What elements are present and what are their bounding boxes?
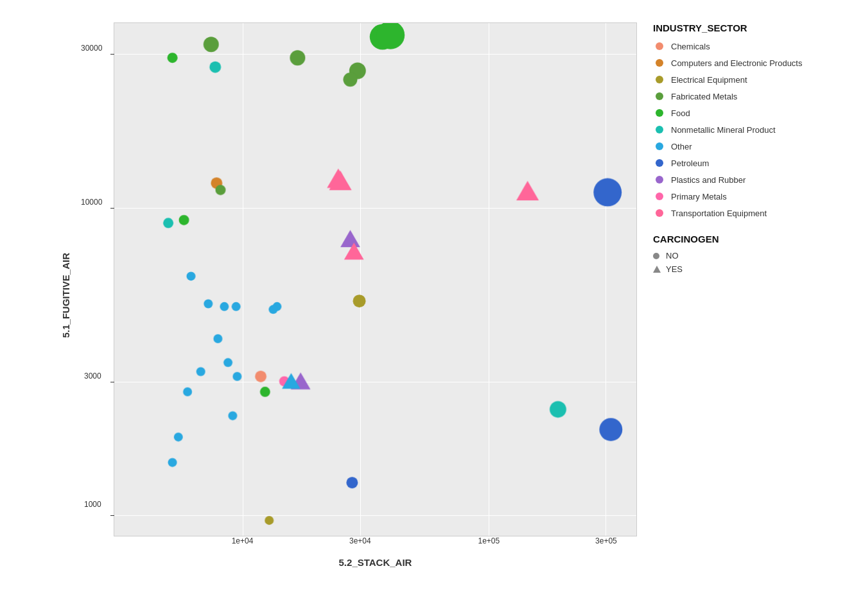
y-tick-3000: 3000 bbox=[84, 372, 101, 381]
legend-symbol-primary bbox=[653, 190, 666, 203]
legend-label-electrical: Electrical Equipment bbox=[671, 75, 747, 85]
legend-symbol-food bbox=[653, 107, 666, 119]
plot-canvas: 30000 10000 3000 1000 bbox=[114, 22, 637, 536]
legend-circle-chemicals bbox=[656, 42, 663, 50]
y-axis bbox=[78, 22, 114, 568]
legend-symbol-petroleum bbox=[653, 157, 666, 169]
legend-label-yes: YES bbox=[666, 264, 683, 274]
legend-item-transportation: Transportation Equipment bbox=[653, 207, 846, 219]
legend-circle-electrical bbox=[656, 76, 663, 83]
legend-label-transportation: Transportation Equipment bbox=[671, 209, 767, 218]
legend-circle-food bbox=[656, 109, 663, 117]
legend-item-plastics: Plastics and Rubber bbox=[653, 173, 846, 186]
x-tick-3e5: 3e+05 bbox=[595, 536, 617, 545]
legend-label-primary: Primary Metals bbox=[671, 192, 727, 201]
legend-item-petroleum: Petroleum bbox=[653, 157, 846, 169]
legend-symbol-fabricated bbox=[653, 90, 666, 103]
legend-item-food: Food bbox=[653, 107, 846, 119]
legend-item-computers: Computers and Electronic Products bbox=[653, 56, 846, 69]
legend-label-other: Other bbox=[671, 142, 692, 151]
legend-circle-computers bbox=[656, 59, 663, 67]
legend: INDUSTRY_SECTOR Chemicals Computers and … bbox=[643, 10, 855, 606]
legend-circle-plastics bbox=[656, 176, 663, 184]
legend-label-petroleum: Petroleum bbox=[671, 158, 709, 168]
legend-item-yes: YES bbox=[653, 264, 846, 274]
legend-carcinogen-title: CARCINOGEN bbox=[653, 234, 846, 244]
legend-symbol-nonmetallic bbox=[653, 123, 666, 136]
legend-item-primary: Primary Metals bbox=[653, 190, 846, 203]
y-tick-1000: 1000 bbox=[84, 500, 101, 509]
x-axis-label: 5.2_STACK_AIR bbox=[114, 556, 637, 568]
legend-circle-fabricated bbox=[656, 92, 663, 100]
legend-symbol-chemicals bbox=[653, 40, 666, 53]
plot-area-wrapper: 5.1_FUGITIVE_AIR bbox=[8, 10, 643, 606]
legend-item-fabricated: Fabricated Metals bbox=[653, 90, 846, 103]
legend-label-fabricated: Fabricated Metals bbox=[671, 92, 737, 101]
legend-label-food: Food bbox=[671, 108, 690, 118]
y-tick-10000: 10000 bbox=[81, 198, 102, 207]
x-tick-1e4: 1e+04 bbox=[232, 536, 254, 545]
legend-circle-transportation bbox=[656, 209, 663, 217]
legend-circle-nonmetallic bbox=[656, 126, 663, 133]
legend-item-nonmetallic: Nonmetallic Mineral Product bbox=[653, 123, 846, 136]
x-tick-1e5: 1e+05 bbox=[478, 536, 500, 545]
legend-label-nonmetallic: Nonmetallic Mineral Product bbox=[671, 125, 776, 135]
legend-symbol-computers bbox=[653, 56, 666, 69]
legend-symbol-plastics bbox=[653, 173, 666, 186]
legend-circle-primary bbox=[656, 193, 663, 200]
legend-symbol-transportation bbox=[653, 207, 666, 219]
legend-item-no: NO bbox=[653, 251, 846, 261]
legend-triangle-yes bbox=[653, 266, 661, 273]
legend-label-computers: Computers and Electronic Products bbox=[671, 58, 802, 68]
legend-symbol-other bbox=[653, 140, 666, 153]
legend-circle-petroleum bbox=[656, 159, 663, 167]
legend-label-no: NO bbox=[666, 251, 679, 261]
y-axis-label: 5.1_FUGITIVE_AIR bbox=[60, 253, 71, 338]
x-axis-ticks: 1e+04 3e+04 1e+05 3e+05 bbox=[114, 536, 637, 556]
legend-label-plastics: Plastics and Rubber bbox=[671, 175, 745, 185]
data-canvas bbox=[114, 23, 636, 536]
legend-circle-other bbox=[656, 142, 663, 150]
y-tick-30000: 30000 bbox=[81, 44, 102, 53]
legend-item-electrical: Electrical Equipment bbox=[653, 73, 846, 86]
plot-with-yaxis: 5.1_FUGITIVE_AIR bbox=[53, 22, 637, 568]
legend-item-chemicals: Chemicals bbox=[653, 40, 846, 53]
legend-item-other: Other bbox=[653, 140, 846, 153]
legend-circle-no bbox=[653, 253, 659, 259]
legend-symbol-electrical bbox=[653, 73, 666, 86]
chart-container: 5.1_FUGITIVE_AIR bbox=[8, 10, 855, 606]
x-tick-3e4: 3e+04 bbox=[349, 536, 371, 545]
legend-industry-title: INDUSTRY_SECTOR bbox=[653, 22, 846, 33]
legend-label-chemicals: Chemicals bbox=[671, 42, 710, 51]
